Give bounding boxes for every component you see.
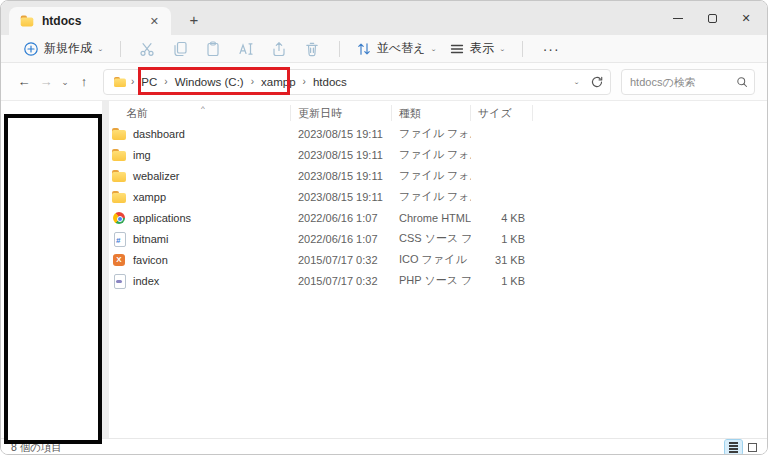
breadcrumb-htdocs[interactable]: htdocs (309, 74, 351, 90)
address-bar[interactable]: › PC › Windows (C:) › xampp › htdocs ⌄ (103, 69, 611, 95)
toolbar-separator (120, 41, 121, 57)
file-list: 名前 ^ 更新日時 種類 サイズ dashboard 2023/08/15 19… (109, 103, 767, 438)
back-button[interactable]: ← (13, 74, 35, 89)
view-button[interactable]: 表示 ⌄ (443, 37, 512, 60)
details-view-button[interactable] (725, 440, 742, 455)
delete-icon (304, 41, 320, 57)
file-type: CSS ソース ファイル (392, 231, 471, 246)
rename-button[interactable] (238, 41, 254, 57)
tab-title: htdocs (42, 14, 146, 28)
folder-icon (111, 168, 127, 184)
toolbar-separator (522, 41, 523, 57)
file-type: ファイル フォルダー (392, 147, 471, 162)
column-header-date[interactable]: 更新日時 (291, 105, 392, 121)
search-icon (736, 76, 748, 88)
file-type: ICO ファイル (392, 252, 471, 267)
status-bar: 8 個の項目 (1, 438, 767, 455)
file-row[interactable]: bitnami 2022/06/16 1:07 CSS ソース ファイル 1 K… (109, 228, 767, 249)
view-button-label: 表示 (470, 40, 494, 57)
copy-icon (172, 41, 188, 57)
file-row[interactable]: img 2023/08/15 19:11 ファイル フォルダー (109, 144, 767, 165)
refresh-icon[interactable] (590, 75, 604, 89)
file-row[interactable]: webalizer 2023/08/15 19:11 ファイル フォルダー (109, 165, 767, 186)
file-date: 2022/06/16 1:07 (291, 212, 392, 224)
recent-locations-button[interactable]: ⌄ (57, 77, 73, 87)
file-name: xampp (133, 191, 166, 203)
maximize-button[interactable] (695, 1, 729, 35)
folder-icon (111, 189, 127, 205)
file-date: 2022/06/16 1:07 (291, 233, 392, 245)
cut-icon (139, 41, 155, 57)
file-date: 2023/08/15 19:11 (291, 191, 392, 203)
cut-button[interactable] (139, 41, 155, 57)
file-size: 1 KB (471, 233, 533, 245)
new-button[interactable]: 新規作成 ⌄ (17, 37, 110, 60)
tab-close-icon[interactable]: ✕ (146, 14, 163, 29)
file-name: favicon (133, 254, 168, 266)
sort-button[interactable]: 並べ替え ⌄ (350, 37, 443, 60)
paste-button[interactable] (205, 41, 221, 57)
forward-button[interactable]: → (35, 74, 57, 89)
paste-icon (205, 41, 221, 57)
redaction-black-rectangle (4, 114, 102, 444)
column-header-type[interactable]: 種類 (392, 105, 471, 121)
file-type: Chrome HTML Do... (392, 212, 471, 224)
file-size: 31 KB (471, 254, 533, 266)
column-header-size[interactable]: サイズ (471, 105, 533, 121)
search-input[interactable] (630, 76, 736, 88)
breadcrumb-separator: › (248, 76, 257, 87)
up-button[interactable]: ↑ (73, 74, 95, 89)
column-header-name[interactable]: 名前 ^ (109, 105, 291, 121)
file-name: applications (133, 212, 191, 224)
file-name: bitnami (133, 233, 168, 245)
title-bar: htdocs ✕ + ✕ (1, 1, 767, 35)
delete-button[interactable] (304, 41, 320, 57)
file-row[interactable]: dashboard 2023/08/15 19:11 ファイル フォルダー (109, 123, 767, 144)
sort-button-label: 並べ替え (377, 40, 426, 57)
command-toolbar: 新規作成 ⌄ (1, 35, 767, 63)
chevron-down-icon: ⌄ (430, 45, 437, 52)
file-row[interactable]: favicon 2015/07/17 0:32 ICO ファイル 31 KB (109, 249, 767, 270)
breadcrumb-separator: › (161, 76, 170, 87)
file-type: ファイル フォルダー (392, 126, 471, 141)
minimize-button[interactable] (661, 1, 695, 35)
file-row[interactable]: xampp 2023/08/15 19:11 ファイル フォルダー (109, 186, 767, 207)
breadcrumb-xampp[interactable]: xampp (257, 74, 300, 90)
file-date: 2015/07/17 0:32 (291, 275, 392, 287)
content-area: 名前 ^ 更新日時 種類 サイズ dashboard 2023/08/15 19… (1, 101, 767, 438)
address-row: ← → ⌄ ↑ › PC › Windows (C:) › xampp › ht… (1, 63, 767, 101)
share-button[interactable] (271, 41, 287, 57)
folder-icon (20, 14, 34, 28)
file-date: 2023/08/15 19:11 (291, 149, 392, 161)
file-date: 2015/07/17 0:32 (291, 254, 392, 266)
copy-button[interactable] (172, 41, 188, 57)
new-button-label: 新規作成 (44, 40, 92, 57)
more-options-button[interactable]: ··· (543, 41, 560, 57)
explorer-window: htdocs ✕ + ✕ 新規作成 ⌄ (0, 0, 768, 455)
view-icon (449, 41, 465, 57)
chrome-icon (111, 210, 127, 226)
file-name: img (133, 149, 151, 161)
view-toggles (725, 440, 761, 455)
new-tab-button[interactable]: + (183, 11, 205, 28)
close-button[interactable]: ✕ (729, 1, 763, 35)
toolbar-separator (339, 41, 340, 57)
column-headers: 名前 ^ 更新日時 種類 サイズ (109, 103, 767, 123)
address-dropdown-icon[interactable]: ⌄ (573, 78, 580, 85)
breadcrumb-separator: › (300, 76, 309, 87)
file-row[interactable]: index 2015/07/17 0:32 PHP ソース ファイル 1 KB (109, 270, 767, 291)
search-box[interactable] (621, 69, 755, 95)
window-controls: ✕ (661, 1, 763, 35)
large-icons-view-button[interactable] (744, 440, 761, 455)
breadcrumb-windows-c[interactable]: Windows (C:) (171, 74, 248, 90)
php-file-icon (111, 273, 127, 289)
file-type: PHP ソース ファイル (392, 273, 471, 288)
sort-ascending-icon: ^ (201, 101, 205, 117)
xampp-icon (111, 252, 127, 268)
breadcrumb-pc[interactable]: PC (137, 74, 161, 90)
navigation-pane-scrollbar[interactable] (102, 101, 109, 438)
explorer-tab[interactable]: htdocs ✕ (9, 7, 171, 35)
file-type: ファイル フォルダー (392, 168, 471, 183)
file-type: ファイル フォルダー (392, 189, 471, 204)
file-row[interactable]: applications 2022/06/16 1:07 Chrome HTML… (109, 207, 767, 228)
